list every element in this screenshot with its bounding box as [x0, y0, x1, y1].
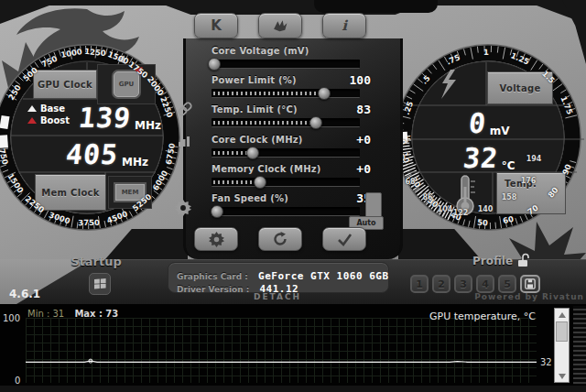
gpu-clock-title: GPU Clock [38, 80, 92, 90]
afterburner-window: GPU Clock GPU Base Boost 139 MHz 405 MHz… [0, 0, 586, 392]
memory-clock-thumb[interactable] [254, 176, 266, 189]
temp-limit-slider[interactable] [212, 118, 360, 127]
info-icon: i [342, 17, 347, 34]
memory-clock-slider[interactable] [212, 178, 360, 187]
profile-slot-4[interactable]: 4 [476, 275, 494, 293]
boost-marker-icon [27, 117, 37, 124]
core-voltage-slider[interactable] [212, 60, 360, 69]
mem-clock-title: Mem Clock [41, 188, 100, 198]
dragon-logo-button[interactable] [258, 13, 302, 38]
profile-label: Profile [472, 255, 513, 267]
skin-ridge-texture [573, 306, 586, 385]
profile-slot-3[interactable]: 3 [454, 275, 472, 293]
graph-title: GPU temperature, °C [348, 310, 536, 322]
base-marker-icon [27, 105, 37, 112]
gauge-scale-label: 3750 [78, 218, 100, 227]
gear-icon [209, 232, 224, 247]
tuning-panel: Core Voltage (mV) Power Limit (%) 100 Te… [183, 38, 403, 259]
gauge-scale-label: 1 [483, 48, 489, 57]
fahrenheit-scale-label: 176 [521, 177, 537, 185]
fan-speed-thumb[interactable] [211, 205, 223, 218]
profile-slot-5[interactable]: 5 [498, 275, 516, 293]
floppy-save-icon [525, 278, 536, 289]
fahrenheit-scale-label: 86 [422, 193, 432, 201]
reset-icon [272, 231, 288, 247]
lock-open-icon[interactable] [516, 253, 529, 267]
core-clock-value: +0 [320, 133, 371, 147]
core-clock-label: Core Clock (MHz) [212, 135, 303, 145]
minmax-readout: Min : 31 Max : 73 [27, 309, 118, 319]
detach-tab[interactable]: DETACH [236, 292, 319, 301]
mem-clock-title-box: Mem Clock [35, 174, 106, 211]
frame-top-blob [314, 0, 438, 13]
power-limit-label: Power Limit (%) [212, 75, 297, 85]
lightning-icon [440, 70, 458, 99]
y-axis-min: 0 [15, 376, 20, 386]
voltage-title: Voltage [499, 83, 540, 93]
temp-limit-value: 83 [320, 103, 371, 116]
gauge-scale-label: 50 [476, 217, 488, 227]
fahrenheit-scale-label: 194 [526, 155, 542, 163]
check-icon [337, 233, 353, 246]
graphics-card-box: Graphics Card : GeForce GTX 1060 6GB Dri… [168, 262, 389, 293]
windows-startup-button[interactable] [89, 273, 111, 295]
fahrenheit-scale-label: 104 [438, 205, 453, 213]
gpu-chip-icon: GPU [114, 71, 139, 97]
profile-slot-2[interactable]: 2 [432, 275, 450, 293]
fan-speed-slider[interactable] [212, 207, 360, 216]
settings-button[interactable] [194, 227, 238, 251]
reset-button[interactable] [258, 227, 302, 251]
power-limit-thumb[interactable] [318, 87, 331, 100]
core-voltage-label: Core Voltage (mV) [212, 46, 309, 56]
msi-dragon-icon [272, 18, 288, 33]
mem-clock-readout: 405 MHz [57, 137, 157, 169]
scroll-up-arrow[interactable] [555, 309, 569, 321]
profile-slot-1[interactable]: 1 [410, 275, 429, 293]
kombustor-button[interactable]: K [194, 13, 238, 38]
current-temp-label: 32 [540, 357, 552, 367]
fan-auto-tab[interactable] [365, 192, 382, 218]
memory-clock-label: Memory Clock (MHz) [212, 164, 321, 174]
fahrenheit-scale-label: 158 [502, 193, 517, 201]
mem-clock-needle [0, 135, 8, 148]
app-version: 4.6.1 [9, 288, 40, 300]
power-limit-value: 100 [320, 73, 371, 87]
temp-series [26, 318, 537, 383]
graph-scrollbar[interactable] [554, 308, 570, 383]
powered-by-label: Powered by Rivatun [412, 292, 584, 301]
fan-speed-value: 35 [320, 191, 371, 205]
startup-label: Startup [57, 255, 136, 268]
core-voltage-thumb[interactable] [208, 58, 221, 71]
fahrenheit-scale-label: 140 [478, 205, 494, 213]
gpu-clock-title-box: GPU Clock [33, 70, 97, 99]
gpu-clock-readout: 139 MHz [81, 101, 159, 132]
voltage-readout: 0 mV [450, 106, 527, 137]
core-clock-thumb[interactable] [246, 147, 259, 159]
apply-button[interactable] [322, 227, 366, 251]
window-bottom-edge [0, 386, 586, 392]
temp-limit-thumb[interactable] [309, 116, 322, 129]
fan-gear-icon[interactable] [175, 200, 191, 216]
fahrenheit-scale-label: 122 [453, 209, 469, 217]
link-icon[interactable] [177, 101, 193, 117]
fan-speed-label: Fan Speed (%) [212, 193, 288, 203]
temp-readout: 32 °C [447, 139, 531, 172]
memory-clock-value: +0 [320, 162, 371, 176]
info-button[interactable]: i [322, 13, 366, 38]
signal-bars-icon[interactable] [179, 134, 190, 147]
temp-limit-label: Temp. Limit (°C) [212, 104, 298, 114]
profile-save-button[interactable] [520, 275, 540, 293]
scrollbar-thumb[interactable] [556, 321, 568, 342]
power-limit-slider[interactable] [212, 89, 360, 98]
scroll-down-arrow[interactable] [555, 370, 569, 382]
windows-icon [94, 278, 106, 289]
fahrenheit-scale-label: 68 [405, 178, 415, 186]
clock-legend: Base Boost [27, 103, 70, 125]
y-axis-max: 100 [3, 313, 20, 323]
core-clock-slider[interactable] [212, 148, 360, 158]
hardware-monitor-graph: 100 0 Min : 31 Max : 73 GPU temperature,… [0, 304, 586, 386]
